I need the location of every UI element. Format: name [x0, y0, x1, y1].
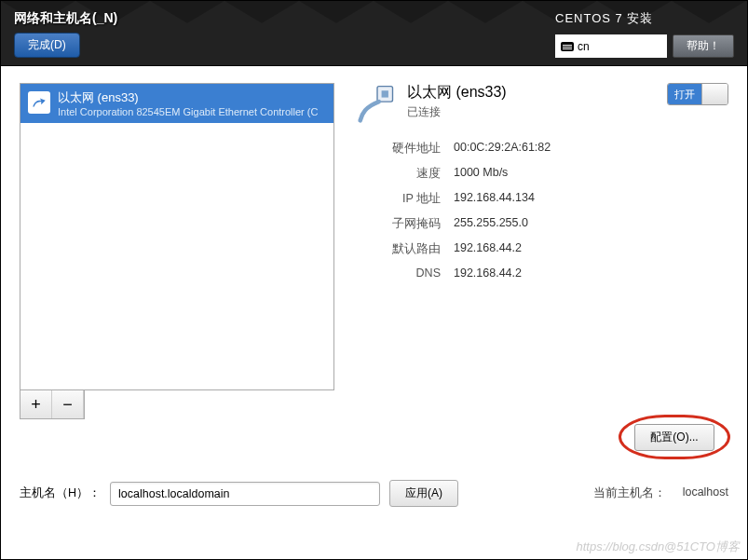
dns-value: 192.168.44.2: [454, 266, 728, 280]
watermark: https://blog.csdn@51CTO博客: [576, 539, 740, 555]
connection-toggle[interactable]: 打开: [667, 83, 728, 105]
header: 网络和主机名(_N) 完成(D) CENTOS 7 安装 cn 帮助！: [1, 1, 747, 66]
left-column: 以太网 (ens33) Intel Corporation 82545EM Gi…: [20, 83, 334, 419]
connection-info: 硬件地址 00:0C:29:2A:61:82 速度 1000 Mb/s IP 地…: [357, 141, 728, 280]
ethernet-icon: [28, 91, 50, 114]
right-column: 以太网 (ens33) 已连接 打开 硬件地址 00:0C:29:2A:61:8…: [347, 83, 728, 419]
connection-title-wrap: 以太网 (ens33) 已连接: [407, 83, 658, 120]
dns-label: DNS: [357, 266, 441, 280]
device-desc: Intel Corporation 82545EM Gigabit Ethern…: [58, 106, 318, 117]
current-hostname-label: 当前主机名：: [593, 485, 666, 501]
keyboard-indicator[interactable]: cn: [555, 34, 667, 58]
connection-title: 以太网 (ens33): [407, 83, 658, 102]
header-right: CENTOS 7 安装 cn 帮助！: [555, 10, 734, 58]
connection-header: 以太网 (ens33) 已连接 打开: [357, 83, 728, 124]
device-list[interactable]: 以太网 (ens33) Intel Corporation 82545EM Gi…: [20, 83, 334, 390]
hw-address-value: 00:0C:29:2A:61:82: [454, 141, 728, 157]
speed-value: 1000 Mb/s: [454, 166, 728, 182]
hostname-label: 主机名（H）：: [20, 485, 101, 501]
main-content: 以太网 (ens33) Intel Corporation 82545EM Gi…: [1, 66, 747, 429]
ethernet-plug-icon: [357, 83, 398, 124]
add-device-button[interactable]: +: [20, 390, 52, 418]
speed-label: 速度: [357, 166, 441, 182]
hw-address-label: 硬件地址: [357, 141, 441, 157]
hostname-row: 主机名（H）： 应用(A) 当前主机名： localhost: [20, 480, 728, 507]
apply-button[interactable]: 应用(A): [389, 480, 458, 507]
configure-wrap: 配置(O)...: [624, 420, 725, 454]
current-hostname-value: localhost: [683, 485, 728, 501]
toggle-handle: [701, 84, 728, 104]
configure-button[interactable]: 配置(O)...: [634, 424, 714, 451]
mask-label: 子网掩码: [357, 216, 441, 232]
toggle-wrap: 打开: [667, 83, 728, 105]
current-hostname: 当前主机名： localhost: [593, 485, 728, 501]
device-text: 以太网 (ens33) Intel Corporation 82545EM Gi…: [58, 89, 318, 117]
device-item-ens33[interactable]: 以太网 (ens33) Intel Corporation 82545EM Gi…: [20, 84, 333, 123]
svg-rect-1: [382, 90, 388, 97]
gateway-value: 192.168.44.2: [454, 241, 728, 257]
ip-label: IP 地址: [357, 191, 441, 207]
ip-value: 192.168.44.134: [454, 191, 728, 207]
device-name: 以太网 (ens33): [58, 89, 318, 106]
keyboard-icon: [561, 42, 574, 51]
remove-device-button[interactable]: −: [52, 390, 84, 418]
gateway-label: 默认路由: [357, 241, 441, 257]
install-title: CENTOS 7 安装: [555, 10, 653, 27]
add-remove-buttons: + −: [20, 390, 85, 419]
toggle-on-label: 打开: [668, 84, 701, 104]
done-button[interactable]: 完成(D): [14, 33, 80, 58]
hostname-input[interactable]: [110, 482, 380, 506]
keyboard-layout: cn: [578, 40, 590, 53]
header-left: 网络和主机名(_N) 完成(D): [14, 10, 117, 58]
connection-status: 已连接: [407, 104, 658, 120]
header-controls: cn 帮助！: [555, 34, 734, 58]
mask-value: 255.255.255.0: [454, 216, 728, 232]
help-button[interactable]: 帮助！: [673, 34, 734, 58]
page-title: 网络和主机名(_N): [14, 10, 117, 27]
